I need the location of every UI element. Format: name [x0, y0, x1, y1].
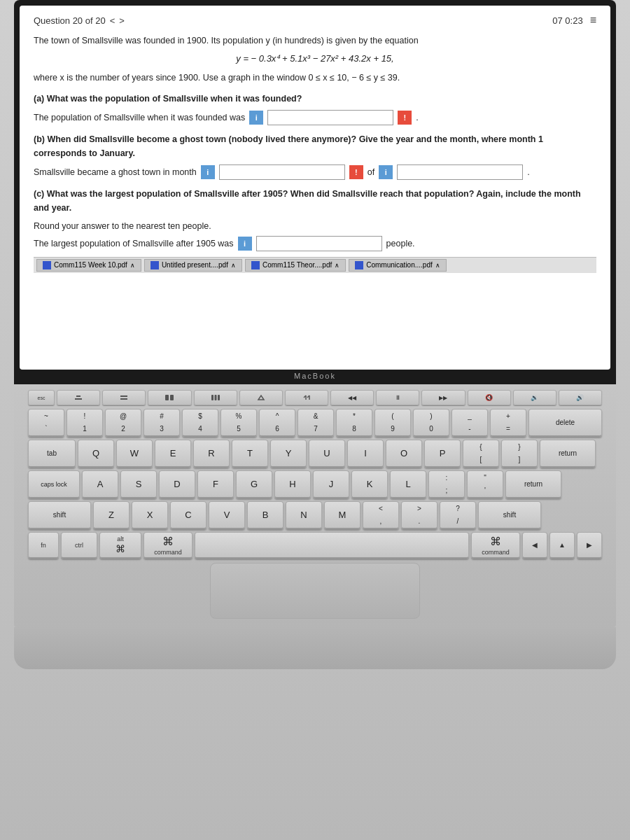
- alt-key[interactable]: alt ⌘: [99, 532, 141, 559]
- 4-key[interactable]: $4: [182, 409, 218, 437]
- a-key[interactable]: A: [82, 470, 118, 498]
- period-key[interactable]: >.: [401, 501, 438, 529]
- taskbar-caret-3[interactable]: ∧: [435, 262, 440, 269]
- arrow-up-key[interactable]: ▲: [550, 532, 575, 559]
- f2-key[interactable]: [102, 390, 146, 405]
- taskbar-item-2[interactable]: Comm115 Theor....pdf ∧: [245, 259, 346, 272]
- part-c-suffix: people.: [386, 237, 415, 251]
- d-key[interactable]: D: [159, 470, 195, 498]
- r-key[interactable]: R: [193, 440, 230, 468]
- v-key[interactable]: V: [209, 501, 245, 529]
- part-a-error-btn[interactable]: !: [398, 111, 412, 125]
- taskbar-caret-0[interactable]: ∧: [130, 262, 135, 269]
- enter-key-2[interactable]: return: [505, 470, 561, 498]
- slash-key[interactable]: ?/: [440, 501, 476, 529]
- x-key[interactable]: X: [132, 501, 168, 529]
- y-key[interactable]: Y: [270, 440, 307, 468]
- part-c-input[interactable]: [256, 236, 382, 251]
- comma-key[interactable]: <,: [363, 501, 399, 529]
- 8-key[interactable]: *8: [336, 409, 372, 437]
- q-key[interactable]: Q: [78, 440, 114, 468]
- f8-key[interactable]: ⏸: [376, 390, 419, 405]
- part-b-year-input[interactable]: [397, 164, 523, 180]
- 0-key[interactable]: )0: [413, 409, 449, 437]
- esc-key[interactable]: esc: [28, 390, 55, 405]
- u-key[interactable]: U: [309, 440, 345, 468]
- backspace-key[interactable]: delete: [528, 409, 602, 437]
- f-key[interactable]: F: [197, 470, 234, 498]
- semicolon-key[interactable]: :;: [428, 470, 465, 498]
- 5-key[interactable]: %5: [220, 409, 257, 437]
- shift-l-key[interactable]: shift: [28, 501, 91, 529]
- taskbar-item-0[interactable]: Comm115 Week 10.pdf ∧: [36, 259, 141, 272]
- equals-key[interactable]: +=: [490, 409, 526, 437]
- 3-key[interactable]: #3: [144, 409, 180, 437]
- e-key[interactable]: E: [155, 440, 191, 468]
- b-key[interactable]: B: [247, 501, 284, 529]
- enter-key[interactable]: return: [540, 440, 596, 468]
- part-b-year-info-btn[interactable]: i: [379, 165, 393, 179]
- prev-arrow[interactable]: <: [110, 15, 115, 26]
- taskbar-item-3[interactable]: Communication....pdf ∧: [349, 259, 447, 272]
- tab-key[interactable]: tab: [28, 440, 76, 468]
- 1-key[interactable]: !1: [66, 409, 103, 437]
- g-key[interactable]: G: [236, 470, 272, 498]
- f4-key[interactable]: [194, 390, 237, 405]
- caps-key[interactable]: caps lock: [28, 470, 80, 498]
- 9-key[interactable]: (9: [374, 409, 411, 437]
- command-key-right[interactable]: ⌘ command: [471, 532, 520, 559]
- s-key[interactable]: S: [120, 470, 157, 498]
- l-key[interactable]: L: [390, 470, 426, 498]
- ctrl-key[interactable]: ctrl: [61, 532, 97, 559]
- part-b-error-btn[interactable]: !: [349, 165, 363, 179]
- arrow-left-key[interactable]: ◀: [522, 532, 547, 559]
- z-key[interactable]: Z: [93, 501, 130, 529]
- command-key-left[interactable]: ⌘ command: [144, 532, 192, 559]
- 6-key[interactable]: ^6: [259, 409, 295, 437]
- f9-key[interactable]: ▶▶: [421, 390, 465, 405]
- f10-key[interactable]: 🔇: [468, 390, 511, 405]
- f7-key[interactable]: ◀◀: [330, 390, 374, 405]
- arrow-right-key[interactable]: ▶: [577, 532, 602, 559]
- m-key[interactable]: M: [324, 501, 360, 529]
- taskbar-caret-1[interactable]: ∧: [231, 262, 236, 269]
- f5-key[interactable]: [239, 390, 283, 405]
- fn-key[interactable]: fn: [28, 532, 59, 559]
- taskbar-item-1[interactable]: Untitled present....pdf ∧: [144, 259, 242, 272]
- minus-key[interactable]: _-: [451, 409, 488, 437]
- svg-rect-1: [76, 396, 80, 397]
- part-c-info-btn[interactable]: i: [238, 237, 252, 251]
- i-key[interactable]: I: [347, 440, 384, 468]
- part-b-month-input[interactable]: [219, 164, 345, 180]
- p-key[interactable]: P: [424, 440, 461, 468]
- n-key[interactable]: N: [286, 501, 322, 529]
- taskbar-caret-2[interactable]: ∧: [335, 262, 340, 269]
- w-key[interactable]: W: [116, 440, 153, 468]
- c-key[interactable]: C: [170, 501, 206, 529]
- menu-icon[interactable]: ≡: [590, 14, 596, 27]
- tilde-key[interactable]: ~`: [28, 409, 64, 437]
- o-key[interactable]: O: [386, 440, 422, 468]
- taskbar-icon-0: [43, 261, 51, 270]
- f11-key[interactable]: 🔉: [513, 390, 556, 405]
- trackpad[interactable]: [210, 563, 420, 619]
- bracket-r-key[interactable]: }]: [501, 440, 538, 468]
- 2-key[interactable]: @2: [105, 409, 141, 437]
- j-key[interactable]: J: [313, 470, 349, 498]
- next-arrow[interactable]: >: [119, 15, 125, 26]
- shift-r-key[interactable]: shift: [478, 501, 541, 529]
- part-a-input[interactable]: [267, 110, 393, 125]
- f3-key[interactable]: [148, 390, 191, 405]
- f12-key[interactable]: 🔊: [559, 390, 602, 405]
- quote-key[interactable]: "': [467, 470, 503, 498]
- 7-key[interactable]: &7: [298, 409, 334, 437]
- f6-key[interactable]: [285, 390, 328, 405]
- t-key[interactable]: T: [232, 440, 268, 468]
- h-key[interactable]: H: [274, 470, 311, 498]
- part-b-info-btn[interactable]: i: [201, 165, 215, 179]
- bracket-l-key[interactable]: {[: [463, 440, 499, 468]
- part-a-info-btn[interactable]: i: [249, 111, 263, 125]
- f1-key[interactable]: [57, 390, 100, 405]
- space-key[interactable]: [195, 532, 469, 559]
- k-key[interactable]: K: [351, 470, 388, 498]
